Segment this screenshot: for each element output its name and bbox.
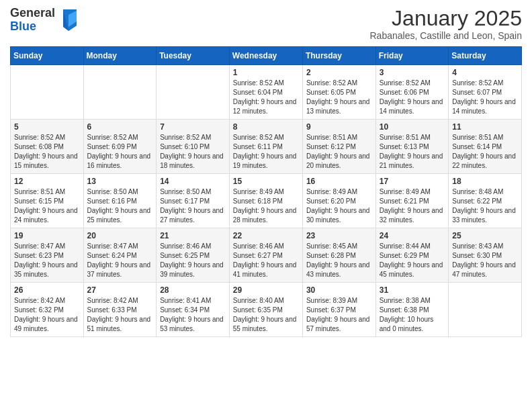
day-info: Sunrise: 8:49 AM Sunset: 6:21 PM Dayligh…	[380, 187, 445, 225]
calendar-cell: 15Sunrise: 8:49 AM Sunset: 6:18 PM Dayli…	[229, 174, 302, 228]
logo: General Blue	[10, 7, 79, 34]
calendar-cell: 10Sunrise: 8:51 AM Sunset: 6:13 PM Dayli…	[375, 120, 448, 174]
calendar-header-sunday: Sunday	[11, 47, 84, 65]
calendar-cell: 29Sunrise: 8:40 AM Sunset: 6:35 PM Dayli…	[229, 283, 302, 337]
calendar-header-saturday: Saturday	[449, 47, 522, 65]
day-number: 26	[14, 285, 80, 295]
day-number: 3	[380, 68, 445, 77]
day-info: Sunrise: 8:48 AM Sunset: 6:22 PM Dayligh…	[452, 187, 518, 225]
day-number: 5	[14, 122, 80, 132]
day-number: 7	[160, 122, 226, 132]
day-number: 20	[87, 231, 153, 240]
day-number: 12	[14, 177, 80, 186]
day-number: 30	[306, 285, 372, 295]
day-info: Sunrise: 8:45 AM Sunset: 6:28 PM Dayligh…	[306, 242, 372, 279]
calendar-cell: 18Sunrise: 8:48 AM Sunset: 6:22 PM Dayli…	[449, 174, 522, 228]
day-info: Sunrise: 8:42 AM Sunset: 6:33 PM Dayligh…	[87, 296, 153, 334]
day-info: Sunrise: 8:40 AM Sunset: 6:35 PM Dayligh…	[233, 296, 299, 334]
day-info: Sunrise: 8:52 AM Sunset: 6:08 PM Dayligh…	[14, 133, 80, 171]
calendar-cell: 28Sunrise: 8:41 AM Sunset: 6:34 PM Dayli…	[157, 283, 230, 337]
day-number: 19	[14, 231, 80, 240]
day-number: 11	[452, 122, 518, 132]
calendar-header-thursday: Thursday	[302, 47, 375, 65]
day-info: Sunrise: 8:52 AM Sunset: 6:05 PM Dayligh…	[306, 79, 372, 116]
day-number: 24	[380, 231, 445, 240]
day-info: Sunrise: 8:52 AM Sunset: 6:11 PM Dayligh…	[233, 133, 299, 171]
day-info: Sunrise: 8:50 AM Sunset: 6:17 PM Dayligh…	[160, 187, 226, 225]
calendar-week-row: 1Sunrise: 8:52 AM Sunset: 6:04 PM Daylig…	[11, 65, 522, 120]
calendar-cell	[157, 65, 230, 120]
day-info: Sunrise: 8:49 AM Sunset: 6:18 PM Dayligh…	[233, 187, 299, 225]
day-number: 4	[452, 68, 518, 77]
calendar-table: SundayMondayTuesdayWednesdayThursdayFrid…	[10, 46, 522, 337]
day-number: 28	[160, 285, 226, 295]
calendar-cell: 5Sunrise: 8:52 AM Sunset: 6:08 PM Daylig…	[11, 120, 84, 174]
calendar-cell: 8Sunrise: 8:52 AM Sunset: 6:11 PM Daylig…	[229, 120, 302, 174]
day-info: Sunrise: 8:50 AM Sunset: 6:16 PM Dayligh…	[87, 187, 153, 225]
day-info: Sunrise: 8:39 AM Sunset: 6:37 PM Dayligh…	[306, 296, 372, 334]
calendar-cell	[83, 65, 157, 120]
day-number: 13	[87, 177, 153, 186]
calendar-cell: 4Sunrise: 8:52 AM Sunset: 6:07 PM Daylig…	[449, 65, 522, 120]
calendar-week-row: 12Sunrise: 8:51 AM Sunset: 6:15 PM Dayli…	[11, 174, 522, 228]
day-number: 16	[306, 177, 372, 186]
calendar-cell: 11Sunrise: 8:51 AM Sunset: 6:14 PM Dayli…	[449, 120, 522, 174]
day-info: Sunrise: 8:52 AM Sunset: 6:07 PM Dayligh…	[452, 79, 518, 116]
calendar-cell: 21Sunrise: 8:46 AM Sunset: 6:25 PM Dayli…	[157, 228, 230, 283]
day-number: 9	[306, 122, 372, 132]
day-number: 17	[380, 177, 445, 186]
calendar-cell: 3Sunrise: 8:52 AM Sunset: 6:06 PM Daylig…	[375, 65, 448, 120]
day-number: 31	[380, 285, 445, 295]
calendar-cell	[11, 65, 84, 120]
calendar-week-row: 19Sunrise: 8:47 AM Sunset: 6:23 PM Dayli…	[11, 228, 522, 283]
calendar-header-wednesday: Wednesday	[229, 47, 302, 65]
day-info: Sunrise: 8:38 AM Sunset: 6:38 PM Dayligh…	[380, 296, 445, 334]
calendar-cell: 26Sunrise: 8:42 AM Sunset: 6:32 PM Dayli…	[11, 283, 84, 337]
logo-blue-text: Blue	[10, 19, 36, 33]
day-number: 25	[452, 231, 518, 240]
day-number: 27	[87, 285, 153, 295]
day-info: Sunrise: 8:52 AM Sunset: 6:09 PM Dayligh…	[87, 133, 153, 171]
calendar-cell	[449, 283, 522, 337]
day-number: 15	[233, 177, 299, 186]
day-info: Sunrise: 8:46 AM Sunset: 6:27 PM Dayligh…	[233, 242, 299, 279]
calendar-cell: 24Sunrise: 8:44 AM Sunset: 6:29 PM Dayli…	[375, 228, 448, 283]
month-title: January 2025	[370, 7, 523, 30]
page: General Blue January 2025 Rabanales, Cas…	[0, 0, 532, 347]
day-info: Sunrise: 8:44 AM Sunset: 6:29 PM Dayligh…	[380, 242, 445, 279]
calendar-cell: 6Sunrise: 8:52 AM Sunset: 6:09 PM Daylig…	[83, 120, 157, 174]
day-number: 14	[160, 177, 226, 186]
calendar-cell: 25Sunrise: 8:43 AM Sunset: 6:30 PM Dayli…	[449, 228, 522, 283]
day-number: 1	[233, 68, 299, 77]
calendar-cell: 22Sunrise: 8:46 AM Sunset: 6:27 PM Dayli…	[229, 228, 302, 283]
day-info: Sunrise: 8:52 AM Sunset: 6:10 PM Dayligh…	[160, 133, 226, 171]
day-number: 22	[233, 231, 299, 240]
day-number: 10	[380, 122, 445, 132]
calendar-cell: 16Sunrise: 8:49 AM Sunset: 6:20 PM Dayli…	[302, 174, 375, 228]
calendar-cell: 9Sunrise: 8:51 AM Sunset: 6:12 PM Daylig…	[302, 120, 375, 174]
day-info: Sunrise: 8:51 AM Sunset: 6:15 PM Dayligh…	[14, 187, 80, 225]
calendar-cell: 1Sunrise: 8:52 AM Sunset: 6:04 PM Daylig…	[229, 65, 302, 120]
day-info: Sunrise: 8:42 AM Sunset: 6:32 PM Dayligh…	[14, 296, 80, 334]
day-info: Sunrise: 8:43 AM Sunset: 6:30 PM Dayligh…	[452, 242, 518, 279]
day-info: Sunrise: 8:47 AM Sunset: 6:23 PM Dayligh…	[14, 242, 80, 279]
calendar-cell: 30Sunrise: 8:39 AM Sunset: 6:37 PM Dayli…	[302, 283, 375, 337]
calendar-cell: 23Sunrise: 8:45 AM Sunset: 6:28 PM Dayli…	[302, 228, 375, 283]
day-info: Sunrise: 8:47 AM Sunset: 6:24 PM Dayligh…	[87, 242, 153, 279]
title-block: January 2025 Rabanales, Castille and Leo…	[370, 7, 523, 41]
calendar-cell: 12Sunrise: 8:51 AM Sunset: 6:15 PM Dayli…	[11, 174, 84, 228]
day-number: 21	[160, 231, 226, 240]
calendar-header-friday: Friday	[375, 47, 448, 65]
day-number: 29	[233, 285, 299, 295]
day-number: 2	[306, 68, 372, 77]
calendar-cell: 27Sunrise: 8:42 AM Sunset: 6:33 PM Dayli…	[83, 283, 157, 337]
calendar-cell: 20Sunrise: 8:47 AM Sunset: 6:24 PM Dayli…	[83, 228, 157, 283]
calendar-cell: 14Sunrise: 8:50 AM Sunset: 6:17 PM Dayli…	[157, 174, 230, 228]
calendar-header-monday: Monday	[83, 47, 157, 65]
calendar-header-row: SundayMondayTuesdayWednesdayThursdayFrid…	[11, 47, 522, 65]
calendar-cell: 17Sunrise: 8:49 AM Sunset: 6:21 PM Dayli…	[375, 174, 448, 228]
calendar-week-row: 5Sunrise: 8:52 AM Sunset: 6:08 PM Daylig…	[11, 120, 522, 174]
day-info: Sunrise: 8:49 AM Sunset: 6:20 PM Dayligh…	[306, 187, 372, 225]
calendar-week-row: 26Sunrise: 8:42 AM Sunset: 6:32 PM Dayli…	[11, 283, 522, 337]
day-number: 18	[452, 177, 518, 186]
